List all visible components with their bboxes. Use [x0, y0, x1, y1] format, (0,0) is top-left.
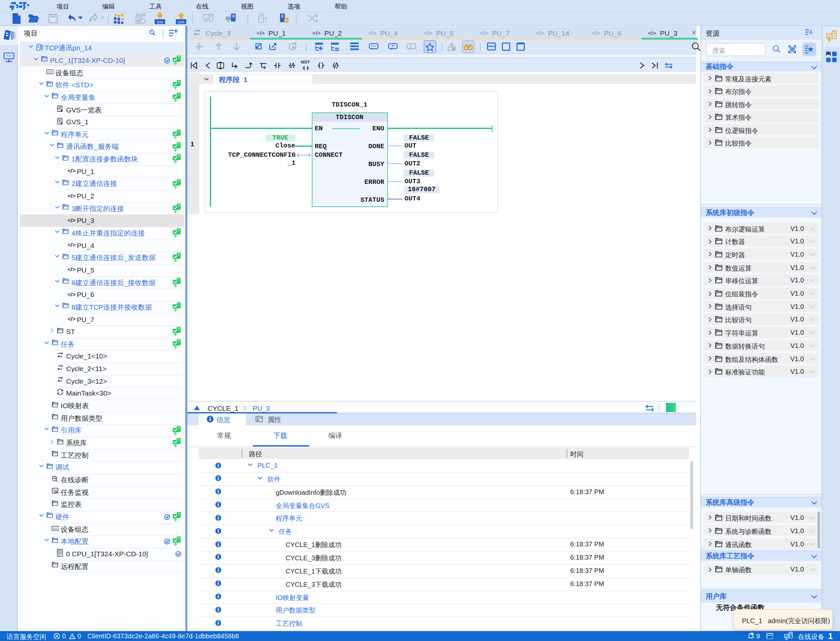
svg-text:/x: /x — [409, 45, 412, 48]
svg-text:/*: /* — [391, 44, 394, 48]
svg-text:1100: 1100 — [47, 71, 52, 73]
svg-text:1100: 1100 — [157, 21, 163, 24]
svg-text:1100: 1100 — [178, 21, 184, 24]
svg-text:1100: 1100 — [53, 527, 58, 529]
svg-text:10: 10 — [284, 19, 288, 22]
